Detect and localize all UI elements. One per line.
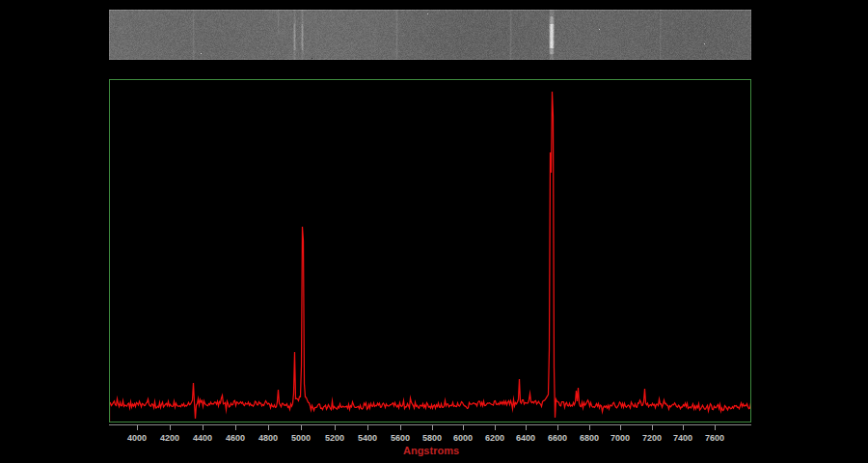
x-tick-label: 5000 — [291, 433, 311, 443]
x-tick-mark — [526, 425, 527, 430]
x-tick-mark — [400, 425, 401, 430]
x-tick-label: 7000 — [610, 433, 630, 443]
x-tick-mark — [557, 425, 558, 430]
x-tick-label: 5400 — [358, 433, 377, 443]
x-tick-mark — [652, 425, 653, 430]
x-axis-line — [109, 424, 751, 425]
x-tick-label: 6600 — [548, 433, 567, 443]
x-tick-mark — [432, 425, 433, 430]
x-tick-mark — [301, 425, 302, 430]
x-tick-label: 6400 — [516, 433, 535, 443]
x-tick-mark — [589, 425, 590, 430]
x-tick-label: 5200 — [325, 433, 344, 443]
x-tick-label: 6000 — [453, 433, 473, 443]
x-tick-mark — [335, 425, 336, 430]
x-tick-mark — [203, 425, 203, 430]
x-tick-mark — [235, 425, 236, 430]
x-tick-label: 5800 — [422, 433, 442, 443]
x-tick-mark — [715, 425, 716, 430]
x-tick-mark — [683, 425, 684, 430]
x-axis-title: Angstroms — [403, 445, 459, 456]
x-tick-label: 5600 — [391, 433, 410, 443]
x-tick-mark — [137, 425, 138, 430]
x-tick-label: 4200 — [160, 433, 179, 443]
x-tick-label: 6200 — [485, 433, 504, 443]
x-tick-label: 7600 — [705, 433, 724, 443]
x-tick-mark — [268, 425, 269, 430]
x-tick-mark — [463, 425, 464, 430]
x-tick-label: 4800 — [258, 433, 278, 443]
x-tick-label: 7200 — [642, 433, 662, 443]
x-tick-label: 4000 — [127, 433, 147, 443]
x-tick-label: 6800 — [580, 433, 599, 443]
raw-spectrum-strip-canvas[interactable] — [109, 10, 751, 60]
x-tick-label: 7400 — [673, 433, 692, 443]
x-tick-mark — [367, 425, 368, 430]
x-tick-mark — [495, 425, 496, 430]
spectrum-plot-canvas[interactable] — [109, 79, 751, 422]
x-tick-mark — [170, 425, 171, 430]
spectrograph-viewer: 4000420044004600480050005200540056005800… — [0, 0, 868, 463]
x-tick-label: 4600 — [226, 433, 245, 443]
x-tick-mark — [620, 425, 621, 430]
x-tick-label: 4400 — [193, 433, 212, 443]
